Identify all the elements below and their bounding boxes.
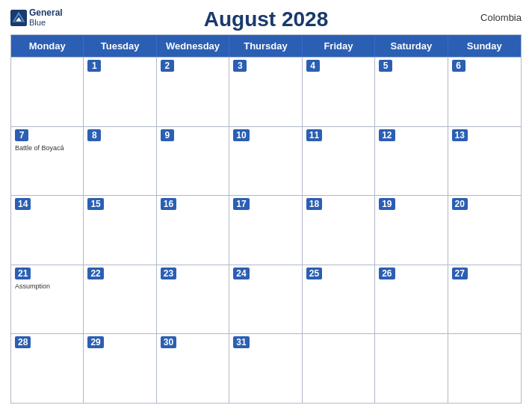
day-cell: 18 <box>303 196 375 265</box>
day-cell: 4 <box>303 58 375 126</box>
event-label: Battle of Boyacá <box>15 144 79 152</box>
day-cell: 29 <box>84 334 156 403</box>
day-header-tuesday: Tuesday <box>84 35 156 57</box>
country-label: Colombia <box>480 12 522 23</box>
day-number: 25 <box>306 268 322 279</box>
day-cell: 8 <box>84 127 156 196</box>
day-number: 30 <box>161 336 176 348</box>
day-cell: 10 <box>229 127 302 196</box>
day-number: 14 <box>15 198 31 210</box>
day-cell <box>375 334 448 403</box>
day-cell <box>303 334 375 403</box>
day-cell: 25 <box>303 265 375 334</box>
day-cell: 6 <box>448 58 521 126</box>
day-number: 3 <box>233 60 247 72</box>
day-number: 5 <box>379 60 392 72</box>
day-number: 16 <box>161 198 176 210</box>
day-headers-row: MondayTuesdayWednesdayThursdayFridaySatu… <box>11 35 521 57</box>
event-label: Assumption <box>15 282 79 291</box>
week-row-4: 21Assumption222324252627 <box>11 265 521 334</box>
generalblue-logo-icon <box>10 10 27 26</box>
day-cell: 20 <box>448 196 521 265</box>
day-cell: 16 <box>157 196 229 265</box>
day-number: 13 <box>452 129 468 141</box>
day-number: 9 <box>161 129 174 141</box>
day-number: 27 <box>452 268 468 279</box>
day-header-wednesday: Wednesday <box>157 35 229 57</box>
day-number: 21 <box>15 268 31 279</box>
day-cell: 24 <box>229 265 302 334</box>
day-number: 10 <box>233 129 249 141</box>
day-number: 8 <box>87 129 101 141</box>
day-number: 28 <box>15 336 31 348</box>
calendar-title: August 2028 <box>204 7 329 31</box>
day-cell: 17 <box>229 196 302 265</box>
day-header-sunday: Sunday <box>448 35 521 57</box>
week-row-2: 7Battle of Boyacá8910111213 <box>11 126 521 196</box>
day-number: 2 <box>161 60 174 72</box>
day-cell: 9 <box>157 127 229 196</box>
day-cell <box>448 334 521 403</box>
day-number: 22 <box>87 268 103 279</box>
day-cell: 11 <box>303 127 375 196</box>
day-cell: 22 <box>84 265 156 334</box>
header-row: General Blue August 2028 Colombia <box>10 7 522 31</box>
day-header-thursday: Thursday <box>229 35 302 57</box>
day-number: 24 <box>233 268 249 279</box>
day-cell: 12 <box>375 127 448 196</box>
day-cell: 21Assumption <box>11 265 84 334</box>
logo-blue-text: Blue <box>29 18 63 28</box>
day-number: 26 <box>379 268 395 279</box>
day-cell <box>11 58 84 126</box>
day-number: 19 <box>379 198 395 210</box>
day-number: 15 <box>87 198 103 210</box>
day-cell: 26 <box>375 265 448 334</box>
weeks-container: 1234567Battle of Boyacá89101112131415161… <box>11 57 521 403</box>
day-number: 4 <box>306 60 320 72</box>
day-cell: 7Battle of Boyacá <box>11 127 84 196</box>
day-cell: 13 <box>448 127 521 196</box>
day-number: 20 <box>452 198 468 210</box>
day-cell: 14 <box>11 196 84 265</box>
day-cell: 2 <box>157 58 229 126</box>
day-number: 29 <box>87 336 103 348</box>
day-cell: 19 <box>375 196 448 265</box>
day-number: 17 <box>233 198 249 210</box>
calendar-grid: MondayTuesdayWednesdayThursdayFridaySatu… <box>10 34 522 404</box>
day-number: 6 <box>452 60 466 72</box>
day-number: 11 <box>306 129 322 141</box>
day-cell: 31 <box>229 334 302 403</box>
day-number: 1 <box>87 60 101 72</box>
week-row-5: 28293031 <box>11 333 521 403</box>
day-header-friday: Friday <box>303 35 375 57</box>
logo-general-text: General <box>29 7 63 18</box>
day-cell: 15 <box>84 196 156 265</box>
day-number: 12 <box>379 129 395 141</box>
day-cell: 28 <box>11 334 84 403</box>
day-number: 31 <box>233 336 249 348</box>
day-cell: 1 <box>84 58 156 126</box>
week-row-1: 123456 <box>11 57 521 126</box>
day-cell: 27 <box>448 265 521 334</box>
day-number: 23 <box>161 268 176 279</box>
day-number: 18 <box>306 198 322 210</box>
day-number: 7 <box>15 129 28 141</box>
day-cell: 3 <box>229 58 302 126</box>
logo-area: General Blue <box>10 7 63 28</box>
day-cell: 5 <box>375 58 448 126</box>
day-cell: 23 <box>157 265 229 334</box>
calendar-container: General Blue August 2028 Colombia Monday… <box>0 0 532 411</box>
week-row-3: 14151617181920 <box>11 195 521 265</box>
day-header-saturday: Saturday <box>375 35 448 57</box>
day-header-monday: Monday <box>11 35 84 57</box>
day-cell: 30 <box>157 334 229 403</box>
